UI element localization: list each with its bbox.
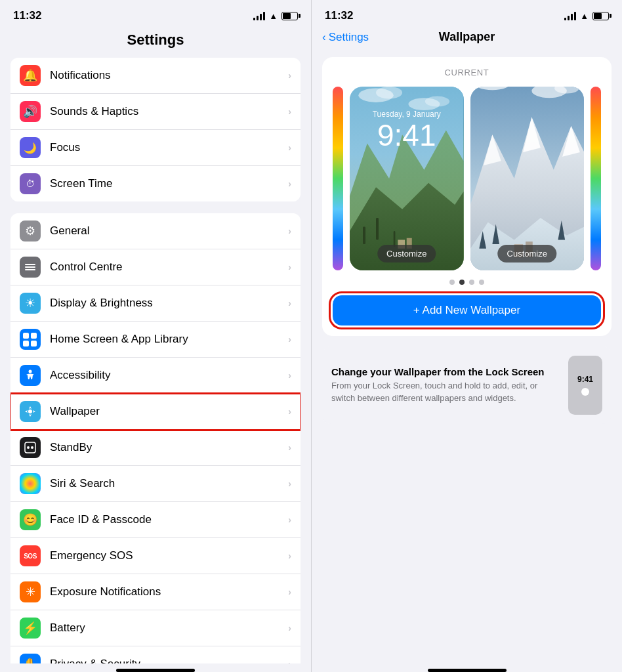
battery-chevron: ›: [288, 623, 291, 633]
battery-settings-icon: ⚡: [20, 618, 41, 639]
face-id-icon: 😊: [20, 509, 41, 530]
settings-item-display[interactable]: ☀ Display & Brightness ›: [10, 285, 301, 322]
settings-item-accessibility[interactable]: Accessibility ›: [10, 358, 301, 394]
battery-fill: [283, 13, 291, 19]
settings-item-screen-time[interactable]: ⏱ Screen Time ›: [10, 166, 301, 201]
svg-point-9: [425, 96, 449, 107]
status-icons-left: ▲: [253, 11, 298, 21]
display-icon: ☀: [20, 293, 41, 314]
control-centre-label: Control Centre: [50, 261, 288, 274]
settings-title: Settings: [0, 26, 311, 58]
settings-scroll: 🔔 Notifications › 🔊 Sounds & Haptics › 🌙…: [0, 58, 311, 663]
signal-bar-3: [260, 14, 262, 20]
home-screen-preview[interactable]: Customize: [470, 87, 585, 270]
accessibility-chevron: ›: [288, 370, 291, 381]
display-chevron: ›: [288, 298, 291, 308]
lock-screen-customize-btn[interactable]: Customize: [377, 245, 436, 262]
standby-icon: [20, 437, 41, 458]
general-label: General: [50, 224, 288, 238]
color-strip-right: [591, 87, 601, 270]
info-text: Change your Wallpaper from the Lock Scre…: [331, 366, 560, 404]
battery-fill-right: [594, 13, 602, 19]
lock-time-overlay: Tuesday, 9 January 9:41: [350, 110, 464, 150]
wallpaper-scroll: CURRENT: [312, 51, 622, 663]
settings-item-control-centre[interactable]: Control Centre ›: [10, 249, 301, 285]
settings-item-exposure[interactable]: ✳ Exposure Notifications ›: [10, 574, 301, 610]
home-screen-label: Home Screen & App Library: [50, 333, 288, 346]
settings-item-sounds[interactable]: 🔊 Sounds & Haptics ›: [10, 94, 301, 130]
home-bar-left: [116, 669, 195, 672]
emergency-chevron: ›: [288, 551, 291, 561]
general-icon: ⚙: [20, 220, 41, 242]
status-time-right: 11:32: [325, 9, 353, 22]
screen-time-chevron: ›: [288, 178, 291, 189]
home-screen-customize-btn[interactable]: Customize: [498, 245, 556, 262]
signal-icon: [253, 11, 265, 20]
settings-item-standby[interactable]: StandBy ›: [10, 430, 301, 466]
emergency-label: Emergency SOS: [50, 549, 288, 562]
current-label: CURRENT: [333, 68, 601, 77]
status-time-left: 11:32: [13, 9, 41, 22]
wallpaper-icon: [20, 401, 41, 422]
exposure-icon: ✳: [20, 581, 41, 602]
add-wallpaper-button[interactable]: + Add New Wallpaper: [333, 295, 601, 326]
svg-point-1: [28, 410, 32, 413]
focus-icon: 🌙: [20, 137, 41, 158]
dot-3[interactable]: [469, 280, 474, 285]
settings-item-siri[interactable]: Siri & Search ›: [10, 466, 301, 502]
settings-item-home-screen[interactable]: Home Screen & App Library ›: [10, 322, 301, 358]
back-chevron: ‹: [322, 31, 326, 44]
info-phone-mini: 9:41: [568, 356, 602, 415]
home-wallpaper-image: [470, 87, 585, 270]
settings-item-battery[interactable]: ⚡ Battery ›: [10, 610, 301, 646]
signal-bar-r3: [571, 14, 573, 20]
wallpaper-label: Wallpaper: [50, 405, 288, 418]
info-desc: From your Lock Screen, touch and hold to…: [331, 380, 560, 404]
mini-dot: [581, 388, 589, 396]
sounds-icon: 🔊: [20, 101, 41, 122]
settings-item-wallpaper[interactable]: Wallpaper ›: [10, 394, 301, 430]
settings-item-face-id[interactable]: 😊 Face ID & Passcode ›: [10, 502, 301, 538]
privacy-chevron: ›: [288, 659, 291, 663]
settings-group-2: ⚙ General › Control Centre › ☀ Display &…: [10, 213, 301, 663]
dot-1[interactable]: [449, 280, 455, 285]
back-label: Settings: [329, 31, 369, 44]
emergency-icon: SOS: [20, 545, 41, 566]
siri-chevron: ›: [288, 478, 291, 489]
back-button[interactable]: ‹ Settings: [322, 31, 369, 44]
signal-bar-r1: [564, 18, 566, 20]
display-label: Display & Brightness: [50, 297, 288, 310]
battery-icon: [281, 12, 298, 20]
siri-label: Siri & Search: [50, 477, 288, 490]
privacy-label: Privacy & Security: [50, 658, 288, 663]
svg-point-3: [27, 446, 30, 449]
wallpaper-card: CURRENT: [322, 57, 612, 336]
focus-chevron: ›: [288, 142, 291, 153]
status-bar-left: 11:32 ▲: [0, 0, 311, 26]
face-id-chevron: ›: [288, 514, 291, 525]
exposure-chevron: ›: [288, 587, 291, 597]
settings-item-privacy[interactable]: ✋ Privacy & Security ›: [10, 646, 301, 663]
screen-time-label: Screen Time: [50, 177, 288, 190]
svg-point-0: [29, 370, 32, 373]
sounds-chevron: ›: [288, 106, 291, 117]
accessibility-label: Accessibility: [50, 369, 288, 382]
settings-item-general[interactable]: ⚙ General ›: [10, 213, 301, 249]
info-title: Change your Wallpaper from the Lock Scre…: [331, 366, 560, 377]
dot-2[interactable]: [459, 280, 465, 285]
wallpaper-chevron: ›: [288, 406, 291, 417]
settings-item-notifications[interactable]: 🔔 Notifications ›: [10, 58, 301, 94]
privacy-icon: ✋: [20, 654, 41, 663]
notifications-icon: 🔔: [20, 65, 41, 86]
home-bar-right: [428, 669, 507, 672]
status-bar-right: 11:32 ▲: [312, 0, 622, 26]
signal-bar-r2: [568, 16, 570, 20]
lock-screen-preview[interactable]: Tuesday, 9 January 9:41 Customize: [350, 87, 464, 270]
home-screen-icon: [20, 329, 41, 350]
notifications-label: Notifications: [50, 69, 288, 82]
settings-item-focus[interactable]: 🌙 Focus ›: [10, 130, 301, 166]
settings-item-emergency[interactable]: SOS Emergency SOS ›: [10, 538, 301, 574]
lock-date: Tuesday, 9 January: [350, 110, 464, 119]
standby-label: StandBy: [50, 441, 288, 454]
dot-4[interactable]: [479, 280, 484, 285]
